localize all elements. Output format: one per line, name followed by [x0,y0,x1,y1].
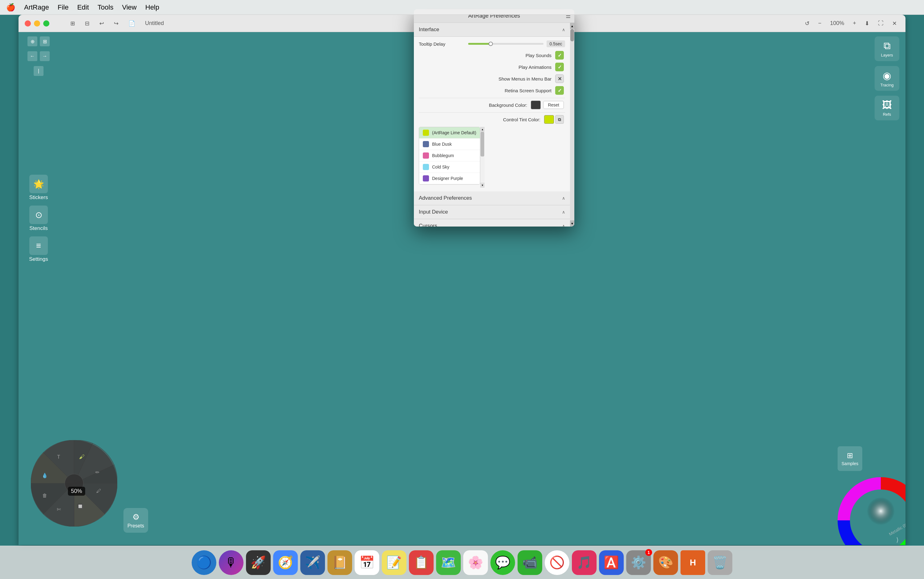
menu-file[interactable]: File [58,3,69,11]
dock-calendar[interactable]: 📅 [355,550,379,575]
tint-color-swatch[interactable] [544,115,554,124]
menu-help[interactable]: Help [146,3,159,11]
retina-checkbox[interactable]: ✓ [555,86,564,95]
dock-reminders[interactable]: 📋 [409,550,433,575]
color-list[interactable]: (ArtRage Lime Default) Blue Dusk Bubbleg… [419,127,480,185]
dock-news[interactable]: 🚫 [545,550,569,575]
zoom-plus[interactable]: + [850,19,859,28]
divider-2 [419,112,565,113]
sidebar-stickers[interactable]: 🌟 Stickers [26,172,50,203]
nav-crosshair[interactable]: ⊕ [28,36,38,46]
download-icon[interactable]: ⬇ [862,19,872,28]
maximize-button[interactable] [43,20,49,26]
zoom-badge: 50% [68,487,85,496]
news-icon: 🚫 [549,555,565,570]
color-name-3: Cold Sky [432,165,449,169]
interface-section-header[interactable]: Interface ∧ [414,23,570,37]
prefs-scrollbar[interactable]: ▲ ▼ [570,23,574,227]
menu-tools[interactable]: Tools [98,3,113,11]
redo-button[interactable]: ↪ [111,19,121,28]
menu-edit[interactable]: Edit [77,3,89,11]
dock-messages[interactable]: 💬 [491,550,515,575]
undo-button[interactable]: ↩ [97,19,106,28]
tracing-panel[interactable]: ◉ Tracing [875,66,899,91]
input-chevron: ∧ [562,209,565,214]
slider-thumb[interactable] [489,42,493,46]
dock-notes[interactable]: 📝 [382,550,406,575]
dock-photos[interactable]: 🌸 [463,550,488,575]
prefs-scroll-down[interactable]: ▼ [570,220,574,227]
svg-text:🔲: 🔲 [77,504,83,509]
refs-panel[interactable]: 🖼 Refs [875,96,899,120]
dock-launchpad[interactable]: 🚀 [246,550,271,575]
prefs-scroll-thumb[interactable] [570,29,574,41]
dock-systemprefs[interactable]: ⚙️ 1 [626,550,651,575]
dock-appstore[interactable]: 🅰️ [599,550,624,575]
retina-label: Retina Screen Support [505,88,551,93]
show-menus-checkbox[interactable]: ✕ [555,74,564,83]
dock-finder[interactable]: 🔵 [191,550,216,575]
divider-1 [419,98,565,98]
refs-label: Refs [883,112,891,117]
dock-trash[interactable]: 🗑️ [708,550,733,575]
color-list-scroll-down[interactable]: ▼ [480,183,484,188]
menubar: 🍎 ArtRage File Edit Tools View Help [0,0,924,15]
sidebar-stencils[interactable]: ⊙ Stencils [26,203,50,234]
bg-color-swatch[interactable] [531,101,541,109]
safari-icon: 🧭 [278,555,293,570]
reset-button[interactable]: Reset [543,101,564,109]
svg-text:✏: ✏ [95,470,100,475]
dock-html[interactable]: H [680,550,705,575]
dock-safari[interactable]: 🧭 [273,550,298,575]
close-icon[interactable]: ✕ [890,19,899,28]
color-item-4[interactable]: Designer Purple [419,173,480,184]
rotate-icon[interactable]: ↺ [802,19,812,28]
prefs-scroll-up[interactable]: ▲ [570,23,574,29]
apple-menu[interactable]: 🍎 [6,3,15,12]
color-list-thumb[interactable] [481,132,484,157]
zoom-minus[interactable]: − [816,19,824,28]
tooltip-delay-row: Tooltip Delay 0.5sec [419,41,565,47]
color-item-3[interactable]: Cold Sky [419,162,480,173]
minimize-button[interactable] [34,20,40,26]
input-section-header[interactable]: Input Device ∧ [414,205,570,219]
play-sounds-checkbox[interactable]: ✓ [555,51,564,60]
nav-grid[interactable]: ⊞ [40,36,50,46]
nav-vertical[interactable]: | [34,66,44,76]
color-item-0[interactable]: (ArtRage Lime Default) [419,127,480,139]
expand-icon[interactable]: ⛶ [875,19,886,28]
tooltip-delay-slider[interactable] [468,41,543,47]
dock-music[interactable]: 🎵 [572,550,597,575]
tracing-label: Tracing [880,83,894,87]
nav-arrow-left[interactable]: ← [28,51,38,61]
systemprefs-badge: 1 [645,549,652,556]
notes-icon: 📝 [386,555,402,570]
play-animations-checkbox[interactable]: ✓ [555,63,564,71]
dock-notefile[interactable]: 📔 [327,550,352,575]
color-item-1[interactable]: Blue Dusk [419,139,480,150]
color-item-2[interactable]: Bubblegum [419,150,480,162]
color-list-wrap: (ArtRage Lime Default) Blue Dusk Bubbleg… [419,127,565,188]
presets-button[interactable]: ⚙ Presets [123,508,148,533]
dock-siri[interactable]: 🎙 [219,550,244,575]
close-button[interactable] [25,20,31,26]
cursors-section-header[interactable]: Cursors ∧ [414,219,570,227]
menu-artrage[interactable]: ArtRage [24,3,49,11]
sidebar-settings[interactable]: ≡ Settings [26,234,50,265]
color-name-2: Bubblegum [432,153,454,158]
menu-view[interactable]: View [122,3,136,11]
layers-panel[interactable]: ⧉ Layers [875,36,899,61]
color-list-scroll-up[interactable]: ▲ [480,127,484,132]
layers-icon: ⧉ [883,40,891,52]
advanced-section-header[interactable]: Advanced Preferences ∧ [414,191,570,205]
copy-button[interactable]: ⧉ [555,115,564,124]
dock-artrage[interactable]: 🎨 [653,550,678,575]
nav-icon-1[interactable]: ⊞ [68,19,77,28]
dock-maps[interactable]: 🗺️ [436,550,461,575]
nav-arrow-right[interactable]: → [40,51,50,61]
color-list-scrollbar[interactable]: ▲ ▼ [480,127,484,188]
dock-send[interactable]: ✈️ [300,550,325,575]
nav-icon-2[interactable]: ⊟ [82,19,92,28]
dock-facetime[interactable]: 📹 [518,550,542,575]
advanced-chevron: ∧ [562,196,565,201]
